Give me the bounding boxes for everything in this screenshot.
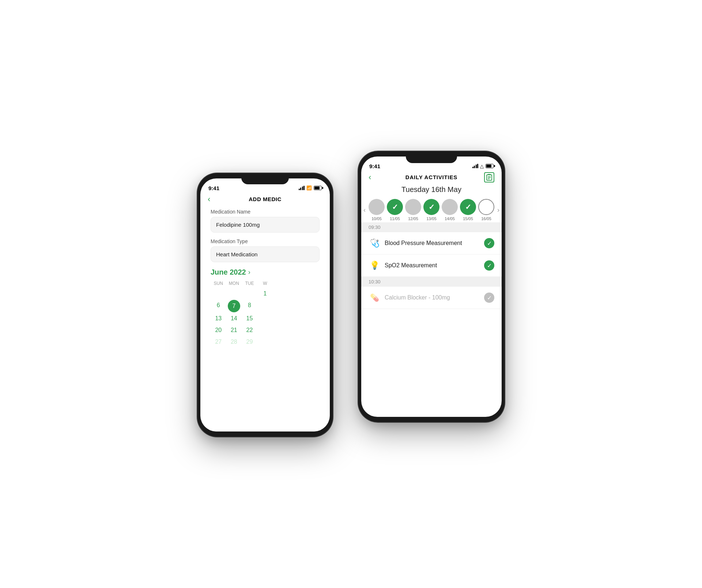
cal-day-6[interactable]: 6 — [211, 300, 226, 312]
date-circle-item-0[interactable]: 10/05 — [369, 199, 385, 221]
date-prev-button[interactable]: ‹ — [362, 206, 367, 214]
date-label-6: 16/05 — [481, 216, 491, 221]
activity-spo2-check[interactable]: ✓ — [484, 260, 494, 271]
nav-title-front: DAILY ACTIVITIES — [405, 174, 457, 180]
cal-header-sat — [304, 281, 320, 286]
nav-bar-back: ‹ ADD MEDIC — [200, 195, 330, 205]
cal-header-thu — [273, 281, 288, 286]
check-icon-3: ✓ — [429, 203, 435, 211]
date-next-button[interactable]: › — [496, 206, 501, 214]
date-heading: Tuesday 16th May — [361, 183, 502, 199]
date-circle-item-2[interactable]: 12/05 — [405, 199, 421, 221]
screen-add-medication: 9:41 📶 ‹ ADD MEDIC — [200, 178, 330, 431]
add-medication-content: Medication Name Felodipine 100mg Medicat… — [200, 205, 330, 351]
spo2-icon: 💡 — [369, 260, 380, 271]
cal-header-tue: TUE — [242, 281, 257, 286]
cal-day-22[interactable]: 22 — [242, 325, 257, 336]
cal-day-14[interactable]: 14 — [226, 313, 242, 324]
cal-header-mon: MON — [226, 281, 242, 286]
date-circles: 10/05 ✓ 11/05 12/05 — [369, 199, 494, 221]
back-button-back[interactable]: ‹ — [208, 195, 210, 204]
medication-type-input[interactable]: Heart Medication — [211, 246, 320, 262]
month-header[interactable]: June 2022 › — [211, 268, 320, 276]
date-circle-item-1[interactable]: ✓ 11/05 — [387, 199, 403, 221]
date-circle-5: ✓ — [460, 199, 476, 215]
cal-day-fade — [257, 325, 273, 336]
time-back: 9:41 — [208, 185, 219, 191]
date-circle-4 — [442, 199, 458, 215]
battery-icon-back — [314, 186, 322, 190]
screen-daily-activities: 9:41 △ ‹ DAILY ACTIVITIES — [361, 157, 502, 417]
medication-name-input[interactable]: Felodipine 100mg — [211, 217, 320, 233]
activity-blood-pressure-name: Blood Pressure Measurement — [385, 240, 480, 246]
medication-name-label: Medication Name — [211, 209, 320, 215]
cal-day-fade — [288, 325, 304, 336]
notch-front — [406, 151, 457, 163]
cal-empty — [304, 288, 320, 299]
date-label-1: 11/05 — [390, 216, 400, 221]
wifi-icon-back: 📶 — [306, 185, 312, 191]
date-circle-item-3[interactable]: ✓ 13/05 — [423, 199, 439, 221]
date-circle-item-6[interactable]: 16/05 — [478, 199, 494, 221]
cal-empty — [226, 288, 242, 299]
wifi-icon-front: △ — [480, 163, 484, 169]
status-icons-back: 📶 — [299, 185, 322, 191]
cal-day-15[interactable]: 15 — [242, 313, 257, 324]
cal-header-sun: SUN — [211, 281, 226, 286]
activity-blood-pressure[interactable]: 🩺 Blood Pressure Measurement ✓ — [361, 232, 502, 255]
date-circle-2 — [405, 199, 421, 215]
signal-icon-front — [472, 164, 479, 168]
signal-icon-back — [299, 186, 305, 190]
scene: 9:41 📶 ‹ ADD MEDIC — [186, 151, 516, 437]
date-label-5: 15/05 — [463, 216, 473, 221]
cal-day-29: 29 — [242, 336, 257, 347]
date-circle-0 — [369, 199, 385, 215]
cal-day-13[interactable]: 13 — [211, 313, 226, 324]
cal-day-fade — [304, 325, 320, 336]
date-row: ‹ 10/05 ✓ 11/05 — [361, 199, 502, 221]
cal-day-7-selected[interactable]: 7 — [228, 300, 240, 312]
date-label-4: 14/05 — [445, 216, 455, 221]
date-circle-item-5[interactable]: ✓ 15/05 — [460, 199, 476, 221]
time-front: 9:41 — [369, 163, 380, 169]
activity-spo2[interactable]: 💡 SpO2 Measurement ✓ — [361, 255, 502, 277]
date-circle-3: ✓ — [423, 199, 439, 215]
date-label-3: 13/05 — [426, 216, 437, 221]
cal-day-fade — [273, 325, 288, 336]
date-circle-6 — [478, 199, 494, 215]
nav-bar-front: ‹ DAILY ACTIVITIES — [361, 173, 502, 183]
month-next-icon[interactable]: › — [248, 268, 250, 276]
activity-calcium-blocker[interactable]: 💊 Calcium Blocker - 100mg ✓ — [361, 287, 502, 309]
back-button-front[interactable]: ‹ — [369, 173, 371, 182]
date-label-2: 12/05 — [408, 216, 418, 221]
nav-title-back: ADD MEDIC — [249, 196, 282, 202]
cal-day-20[interactable]: 20 — [211, 325, 226, 336]
cal-empty — [288, 288, 304, 299]
cal-empty — [211, 288, 226, 299]
cal-empty — [304, 313, 320, 324]
time-slot-2: 10:30 — [361, 277, 502, 287]
activity-blood-pressure-check[interactable]: ✓ — [484, 238, 494, 248]
cal-day-21[interactable]: 21 — [226, 325, 242, 336]
cal-empty — [257, 313, 273, 324]
battery-icon-front — [486, 164, 494, 168]
date-circle-1: ✓ — [387, 199, 403, 215]
cal-empty — [304, 300, 320, 312]
cal-day-8[interactable]: 8 — [242, 300, 257, 312]
cal-empty — [273, 288, 288, 299]
cal-day-1[interactable]: 1 — [257, 288, 273, 299]
date-circle-item-4[interactable]: 14/05 — [442, 199, 458, 221]
clipboard-icon[interactable] — [484, 172, 494, 182]
calendar-grid: 1 6 7 8 13 14 15 — [211, 288, 320, 347]
check-icon-1: ✓ — [392, 203, 398, 211]
cal-empty — [273, 300, 288, 312]
notch-back — [241, 173, 289, 184]
status-icons-front: △ — [472, 163, 494, 169]
activity-calcium-blocker-check[interactable]: ✓ — [484, 293, 494, 303]
check-icon-5: ✓ — [465, 203, 471, 211]
date-label-0: 10/05 — [371, 216, 382, 221]
medication-type-label: Medication Type — [211, 238, 320, 244]
calcium-blocker-icon: 💊 — [369, 292, 380, 304]
cal-empty — [242, 288, 257, 299]
calendar-header: SUN MON TUE W — [211, 281, 320, 286]
